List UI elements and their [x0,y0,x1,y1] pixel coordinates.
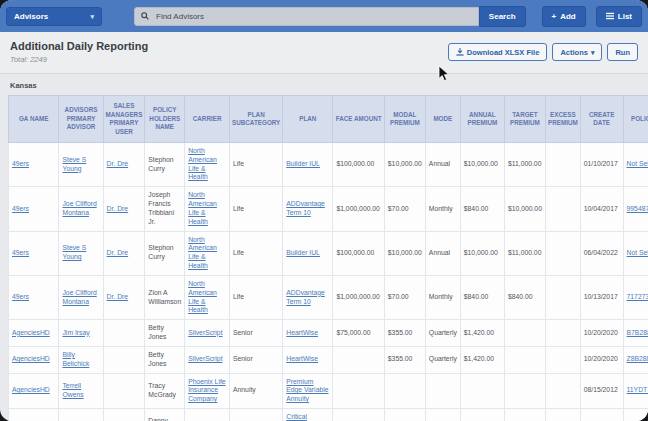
table-row: AgenciesHDRobert CraftDanny AmendolaSilv… [9,409,648,421]
cell-carrier: North American Life & Health [185,231,230,275]
cell-link-advisors-primary-advisor[interactable]: Terrell Owens [62,382,83,398]
cell-annual-premium: $1,420.00 [460,320,504,347]
run-button[interactable]: Run [607,43,638,61]
cell-link-carrier[interactable]: North American Life & Health [188,236,217,269]
cell-link-ga-name[interactable]: 49ers [12,249,29,256]
cell-policy-holders-name: Tracy McGrady [145,373,185,408]
list-icon [606,12,614,20]
cell-link-ga-name[interactable]: AgenciesHD [12,329,50,336]
cell-annual-premium [460,373,504,408]
cell-excess-premium [545,275,580,319]
table-row: AgenciesHDBilly BelichickBetty JonesSilv… [9,346,648,373]
table-row: AgenciesHDJim IrsayBetty JonesSilverScri… [9,320,648,347]
list-button[interactable]: List [596,6,642,27]
cell-target-premium [504,409,545,421]
column-header-ga-name: GA Name [9,96,59,143]
column-header-create-date: Create Date [580,96,623,143]
cell-link-carrier[interactable]: North American Life & Health [188,191,217,224]
cell-link-plan[interactable]: Premium Edge Variable Annuity [286,378,328,403]
cell-carrier: SilverScript [185,320,230,347]
cell-sales-managers-primary-user [103,373,145,408]
cell-link-policy[interactable]: 9954872 [627,205,648,212]
cell-link-ga-name[interactable]: 49ers [12,293,29,300]
cell-link-advisors-primary-advisor[interactable]: Steve S Young [62,244,86,260]
cell-plan: HeartWise [283,320,333,347]
chevron-down-icon: ▾ [90,13,94,20]
cell-link-plan[interactable]: Builder IUL [286,249,320,256]
cell-link-advisors-primary-advisor[interactable]: Jim Irsay [62,329,89,336]
cell-link-advisors-primary-advisor[interactable]: Billy Belichick [62,351,89,367]
cell-create-date: 10/20/2020 [580,320,623,347]
cell-policy: Not Set [623,143,648,187]
cell-link-advisors-primary-advisor[interactable]: Joe Clifford Montana [62,200,96,216]
cell-excess-premium [545,231,580,275]
cell-plan-subcategory: Senior [230,409,283,421]
cell-carrier: SilverScript [185,409,230,421]
column-header-carrier: Carrier [185,96,230,143]
cell-link-advisors-primary-advisor[interactable]: Steve S Young [62,156,86,172]
cell-policy-holders-name: Zion A Williamson [145,275,185,319]
cell-link-policy[interactable]: Not Set [627,249,648,256]
cell-link-sales-managers-primary-user[interactable]: Dr. Dre [107,205,129,212]
cell-target-premium: $840.00 [504,275,545,319]
cell-policy: 11YDT11 [623,373,648,408]
cell-advisors-primary-advisor: Joe Clifford Montana [59,275,103,319]
cell-link-policy[interactable]: 7172737 [627,293,648,300]
cell-target-premium: $11,000.00 [504,231,545,275]
search-input[interactable] [154,11,472,22]
cell-carrier: North American Life & Health [185,143,230,187]
download-xlsx-button[interactable]: Download XLSX File [448,43,548,61]
cell-link-advisors-primary-advisor[interactable]: Joe Clifford Montana [62,289,96,305]
cell-link-carrier[interactable]: Phoenix Life Insurance Company [188,378,225,403]
cell-link-sales-managers-primary-user[interactable]: Dr. Dre [107,293,129,300]
cell-link-ga-name[interactable]: 49ers [12,160,29,167]
cell-link-policy[interactable]: B7B2888 [627,329,648,336]
cell-link-policy[interactable]: Not Set [627,160,648,167]
search-button[interactable]: Search [479,6,526,27]
cell-link-policy[interactable]: 11YDT11 [627,386,648,393]
cell-link-carrier[interactable]: SilverScript [188,329,222,336]
plus-icon: + [552,12,557,21]
cell-link-ga-name[interactable]: 49ers [12,205,29,212]
cell-carrier: North American Life & Health [185,187,230,231]
cell-link-plan[interactable]: Critical Accident Direct [286,413,312,421]
cell-ga-name: 49ers [9,231,59,275]
cell-sales-managers-primary-user [103,409,145,421]
page-title: Additional Daily Reporting [10,40,448,52]
cell-link-sales-managers-primary-user[interactable]: Dr. Dre [107,249,129,256]
cell-link-carrier[interactable]: North American Life & Health [188,147,217,180]
cell-advisors-primary-advisor: Joe Clifford Montana [59,187,103,231]
cell-link-plan[interactable]: ADDvantage Term 10 [286,200,325,216]
column-header-policy-holders-name: Policy Holders Name [145,96,185,143]
cell-face-amount: $1,000,000.00 [333,187,384,231]
cell-link-plan[interactable]: HeartWise [286,355,318,362]
search-icon [141,12,149,20]
cell-advisors-primary-advisor: Terrell Owens [59,373,103,408]
cell-annual-premium: $1,440.00 [460,409,504,421]
table-row: 49ersJoe Clifford MontanaDr. DreJoseph F… [9,187,648,231]
cell-link-ga-name[interactable]: AgenciesHD [12,386,50,393]
cell-plan-subcategory: Life [230,231,283,275]
column-header-face-amount: Face Amount [333,96,384,143]
cell-link-plan[interactable]: Builder IUL [286,160,320,167]
cell-create-date: 10/13/2017 [580,275,623,319]
cell-annual-premium: $10,000.00 [460,231,504,275]
download-icon [456,48,464,56]
cell-link-ga-name[interactable]: AgenciesHD [12,355,50,362]
add-button[interactable]: + Add [542,6,586,27]
cell-link-carrier[interactable]: North American Life & Health [188,280,217,313]
cell-mode: Annual [425,143,460,187]
table-scroll-container[interactable]: GA NameAdvisors Primary AdvisorSales Man… [8,95,648,421]
cell-ga-name: 49ers [9,275,59,319]
cell-link-policy[interactable]: Z8B2888 [627,355,648,362]
cell-link-carrier[interactable]: SilverScript [188,355,222,362]
actions-button[interactable]: Actions ▾ [552,43,602,61]
cell-create-date: 08/15/2012 [580,373,623,408]
cell-link-plan[interactable]: HeartWise [286,329,318,336]
total-count: Total: 2249 [10,55,448,64]
cell-link-sales-managers-primary-user[interactable]: Dr. Dre [107,160,129,167]
entity-type-dropdown[interactable]: Advisors ▾ [6,7,102,26]
cell-modal-premium: $355.00 [384,346,425,373]
cell-link-plan[interactable]: ADDvantage Term 10 [286,289,325,305]
cell-policy-holders-name: Joseph Francis Tribbiani Jr. [145,187,185,231]
